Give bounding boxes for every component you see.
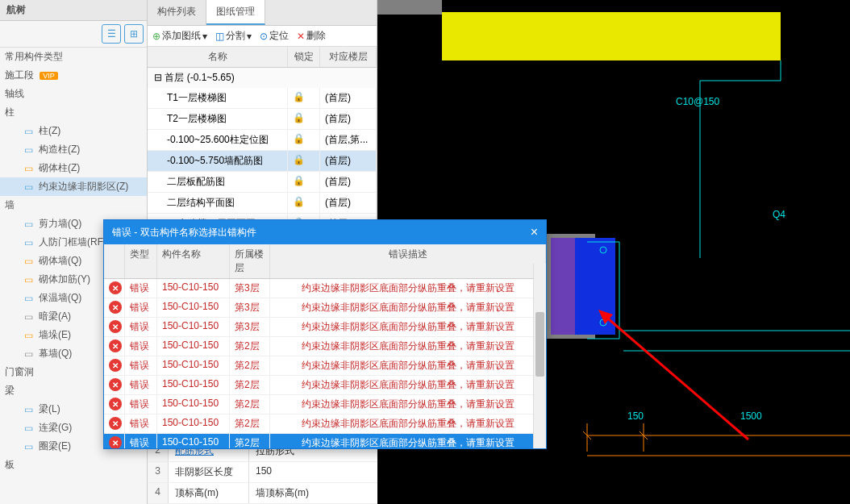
error-row[interactable]: ✕错误150-C10-150第2层约束边缘非阴影区底面部分纵筋重叠，请重新设置 <box>104 376 546 395</box>
drawing-row[interactable]: 二层结构平面图🔒(首层) <box>148 193 377 214</box>
delete-button[interactable]: ✕删除 <box>297 29 326 43</box>
component-icon: ▭ <box>23 237 34 248</box>
nav-toolbar: ☰ ⊞ <box>0 21 147 48</box>
error-icon: ✕ <box>109 301 122 314</box>
tree-root-axis[interactable]: 轴线 <box>0 85 147 103</box>
error-icon: ✕ <box>109 281 122 294</box>
add-drawing-button[interactable]: ⊕添加图纸 ▾ <box>152 29 207 43</box>
error-row[interactable]: ✕错误150-C10-150第2层约束边缘非阴影区底面部分纵筋重叠，请重新设置 <box>104 395 546 414</box>
close-icon[interactable]: × <box>531 225 538 240</box>
col-name: 名称 <box>148 47 288 67</box>
lock-icon[interactable]: 🔒 <box>288 151 320 171</box>
component-icon: ▭ <box>23 144 34 156</box>
mid-tabs: 构件列表 图纸管理 <box>148 0 377 26</box>
svg-rect-0 <box>442 12 781 60</box>
error-row[interactable]: ✕错误150-C10-150第2层约束边缘非阴影区底面部分纵筋重叠，请重新设置 <box>104 337 546 356</box>
svg-text:150: 150 <box>627 410 644 422</box>
col-err-type: 类型 <box>125 244 157 278</box>
lock-icon[interactable]: 🔒 <box>288 172 320 192</box>
drawing-row[interactable]: T2一层楼梯图🔒(首层) <box>148 109 377 130</box>
component-icon: ▭ <box>23 330 34 341</box>
drawing-row[interactable]: T1一层楼梯图🔒(首层) <box>148 88 377 109</box>
dialog-scrollbar[interactable] <box>533 264 546 448</box>
lock-icon[interactable]: 🔒 <box>288 109 320 129</box>
error-row[interactable]: ✕错误150-C10-150第2层约束边缘非阴影区底面部分纵筋重叠，请重新设置 <box>104 356 546 376</box>
error-icon: ✕ <box>109 436 122 448</box>
col-err-floor: 所属楼层 <box>230 244 270 278</box>
component-icon: ▭ <box>23 163 34 174</box>
component-icon: ▭ <box>23 348 34 360</box>
error-row[interactable]: ✕错误150-C10-150第3层约束边缘非阴影区底面部分纵筋重叠，请重新设置 <box>104 279 546 298</box>
tab-drawing-manage[interactable]: 图纸管理 <box>206 0 265 25</box>
tree-group-wall[interactable]: 墙 <box>0 196 147 215</box>
error-icon: ✕ <box>109 339 122 352</box>
component-icon: ▭ <box>23 274 34 285</box>
svg-text:1500: 1500 <box>740 410 762 422</box>
nav-header: 航树 <box>0 0 147 21</box>
error-icon: ✕ <box>109 417 122 430</box>
component-icon: ▭ <box>23 293 34 304</box>
error-dialog: 错误 - 双击构件名称选择出错构件 × 类型 构件名称 所属楼层 错误描述 ✕错… <box>103 219 547 449</box>
drawing-row[interactable]: -0.100~25.600柱定位图🔒(首层,第... <box>148 130 377 151</box>
error-row[interactable]: ✕错误150-C10-150第3层约束边缘非阴影区底面部分纵筋重叠，请重新设置 <box>104 298 546 318</box>
tree-root-construction[interactable]: 施工段 VIP <box>0 66 147 85</box>
error-row[interactable]: ✕错误150-C10-150第3层约束边缘非阴影区底面部分纵筋重叠，请重新设置 <box>104 318 546 337</box>
property-row[interactable]: 4顶标高(m)墙顶标高(m) <box>148 483 377 504</box>
tree-group-slab[interactable]: 板 <box>0 456 147 474</box>
component-icon: ▭ <box>23 311 34 323</box>
locate-button[interactable]: ⊙定位 <box>260 29 289 43</box>
component-icon: ▭ <box>23 219 34 230</box>
svg-text:Q4: Q4 <box>773 209 785 220</box>
tree-item[interactable]: ▭构造柱(Z) <box>0 140 147 159</box>
dialog-title-text: 错误 - 双击构件名称选择出错构件 <box>112 226 256 240</box>
error-icon: ✕ <box>109 378 122 391</box>
component-icon: ▭ <box>23 126 34 137</box>
dialog-titlebar[interactable]: 错误 - 双击构件名称选择出错构件 × <box>104 220 546 244</box>
col-lock: 锁定 <box>288 47 320 67</box>
tab-component-list[interactable]: 构件列表 <box>148 0 206 25</box>
split-button[interactable]: ◫分割 ▾ <box>215 29 252 43</box>
col-floor: 对应楼层 <box>320 47 377 67</box>
error-icon: ✕ <box>109 320 122 333</box>
drawing-group-row[interactable]: ⊟ 首层 (-0.1~5.65) <box>148 68 377 88</box>
error-row[interactable]: ✕错误150-C10-150第2层约束边缘非阴影区底面部分纵筋重叠，请重新设置 <box>104 434 546 448</box>
property-row[interactable]: 3非阴影区长度150 <box>148 462 377 483</box>
error-table-body[interactable]: ✕错误150-C10-150第3层约束边缘非阴影区底面部分纵筋重叠，请重新设置✕… <box>104 279 546 448</box>
tree-group-column[interactable]: 柱 <box>0 103 147 122</box>
drawing-row[interactable]: -0.100~5.750墙配筋图🔒(首层) <box>148 151 377 172</box>
svg-text:C10@150: C10@150 <box>676 96 720 107</box>
drawing-row[interactable]: 二层板配筋图🔒(首层) <box>148 172 377 193</box>
tree-item[interactable]: ▭柱(Z) <box>0 122 147 140</box>
component-icon: ▭ <box>23 423 34 434</box>
tree-item[interactable]: ▭约束边缘非阴影区(Z) <box>0 177 147 196</box>
component-icon: ▭ <box>23 441 34 452</box>
drawing-table: 名称 锁定 对应楼层 ⊟ 首层 (-0.1~5.65) T1一层楼梯图🔒(首层)… <box>148 47 377 235</box>
component-icon: ▭ <box>23 181 34 193</box>
svg-rect-1 <box>377 0 442 15</box>
col-err-icon <box>104 244 125 278</box>
lock-icon[interactable]: 🔒 <box>288 193 320 213</box>
list-view-icon[interactable]: ☰ <box>102 24 121 44</box>
tree-view-icon[interactable]: ⊞ <box>124 24 144 44</box>
component-icon: ▭ <box>23 404 34 415</box>
error-icon: ✕ <box>109 359 122 372</box>
error-row[interactable]: ✕错误150-C10-150第2层约束边缘非阴影区底面部分纵筋重叠，请重新设置 <box>104 414 546 434</box>
error-table-header: 类型 构件名称 所属楼层 错误描述 <box>104 244 546 279</box>
lock-icon[interactable]: 🔒 <box>288 130 320 150</box>
vip-badge: VIP <box>40 72 58 80</box>
col-err-desc: 错误描述 <box>270 244 546 278</box>
tree-root-common[interactable]: 常用构件类型 <box>0 48 147 66</box>
lock-icon[interactable]: 🔒 <box>288 88 320 108</box>
mid-toolbar: ⊕添加图纸 ▾ ◫分割 ▾ ⊙定位 ✕删除 <box>148 26 377 47</box>
col-err-name: 构件名称 <box>157 244 230 278</box>
component-icon: ▭ <box>23 256 34 267</box>
svg-rect-4 <box>575 238 615 335</box>
tree-item[interactable]: ▭砌体柱(Z) <box>0 159 147 177</box>
drawing-table-header: 名称 锁定 对应楼层 <box>148 47 377 68</box>
error-icon: ✕ <box>109 398 122 410</box>
